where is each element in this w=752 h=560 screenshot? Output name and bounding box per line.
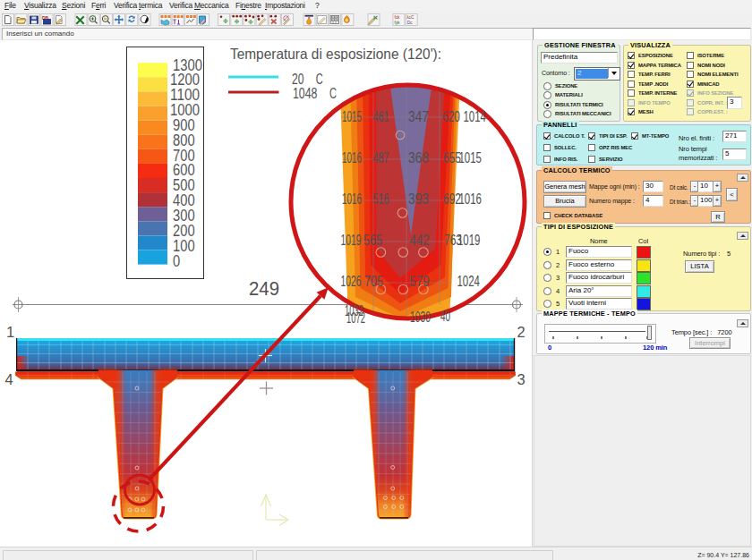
svg-text:705: 705 bbox=[364, 273, 383, 290]
svg-text:347: 347 bbox=[408, 108, 429, 125]
svg-text:1030: 1030 bbox=[410, 309, 431, 326]
svg-text:0: 0 bbox=[173, 252, 180, 270]
svg-text:368: 368 bbox=[408, 149, 429, 166]
svg-text:565: 565 bbox=[363, 232, 382, 249]
svg-text:2: 2 bbox=[517, 324, 526, 340]
svg-text:fck: fck bbox=[394, 15, 400, 20]
svg-text:1026: 1026 bbox=[341, 273, 362, 290]
svg-text:1016: 1016 bbox=[342, 149, 362, 166]
svg-text:487: 487 bbox=[373, 149, 389, 166]
svg-text:1072: 1072 bbox=[346, 310, 365, 327]
svg-text:461: 461 bbox=[373, 108, 389, 125]
svg-text:1015: 1015 bbox=[342, 108, 362, 125]
svg-text:C: C bbox=[329, 85, 337, 102]
svg-text:3: 3 bbox=[517, 371, 526, 387]
svg-text:1014: 1014 bbox=[464, 108, 487, 125]
svg-text:579: 579 bbox=[410, 273, 430, 290]
svg-text:249: 249 bbox=[249, 277, 279, 300]
svg-text:1016: 1016 bbox=[459, 191, 483, 208]
svg-text:1: 1 bbox=[6, 324, 14, 340]
svg-text:1048: 1048 bbox=[293, 85, 318, 102]
svg-text:fyk: fyk bbox=[394, 21, 400, 25]
svg-text:Dc: Dc bbox=[407, 21, 413, 25]
svg-text:40: 40 bbox=[440, 308, 450, 325]
svg-text:1015: 1015 bbox=[459, 149, 483, 166]
svg-text:λcC: λcC bbox=[406, 15, 414, 20]
svg-text:Temperatura di esposizione (12: Temperatura di esposizione (120'): bbox=[230, 46, 441, 62]
svg-text:393: 393 bbox=[408, 191, 429, 208]
svg-text:1016: 1016 bbox=[342, 191, 362, 208]
svg-text:4: 4 bbox=[5, 371, 13, 387]
svg-text:516: 516 bbox=[373, 191, 389, 208]
svg-text:1024: 1024 bbox=[457, 273, 481, 290]
svg-text:1019: 1019 bbox=[341, 232, 362, 249]
svg-text:620: 620 bbox=[442, 108, 460, 125]
svg-text:442: 442 bbox=[410, 232, 430, 249]
svg-text:1019: 1019 bbox=[457, 232, 481, 249]
